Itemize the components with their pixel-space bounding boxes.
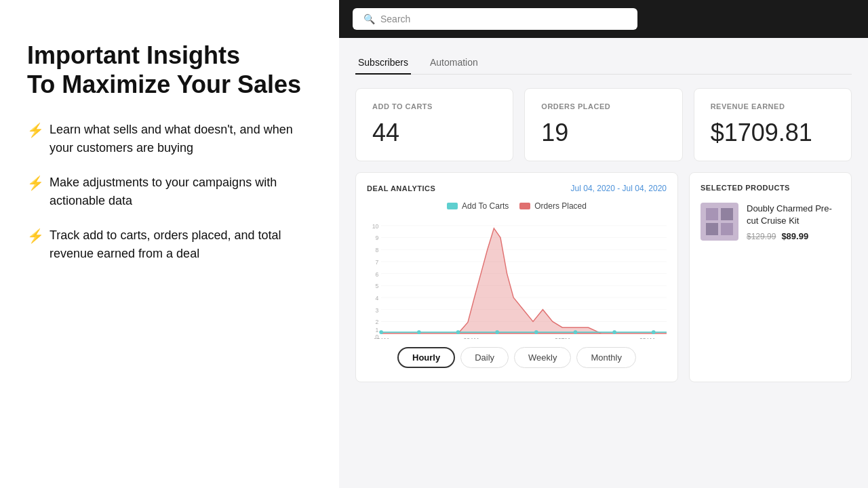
product-price-old: $129.99 — [747, 232, 776, 241]
selected-products-card: SELECTED PRODUCTS Doubly Charmed Pre-cut… — [689, 172, 852, 382]
chart-svg: 10 9 8 7 6 5 4 3 2 1 0 — [367, 219, 667, 339]
time-btn-hourly[interactable]: Hourly — [397, 347, 455, 368]
tab-subscribers[interactable]: Subscribers — [355, 52, 411, 75]
time-buttons: Hourly Daily Weekly Monthly — [367, 339, 667, 371]
product-name: Doubly Charmed Pre-cut Cruise Kit — [747, 203, 840, 227]
stat-card-add-to-carts: ADD TO CARTS 44 — [355, 88, 513, 161]
svg-point-27 — [574, 330, 578, 334]
top-bar: 🔍 Search — [339, 0, 868, 38]
feature-text-1: Make adjustments to your campaigns with … — [50, 174, 312, 210]
svg-text:1: 1 — [375, 327, 378, 333]
time-btn-monthly[interactable]: Monthly — [576, 347, 636, 368]
svg-point-26 — [534, 330, 538, 334]
search-box[interactable]: 🔍 Search — [353, 8, 637, 30]
svg-text:2: 2 — [375, 319, 378, 325]
stat-value-add-to-carts: 44 — [372, 119, 496, 147]
svg-text:12AM: 12AM — [374, 337, 389, 339]
svg-text:06PM: 06PM — [555, 337, 570, 339]
legend-dot-red — [519, 203, 530, 209]
svg-point-25 — [495, 330, 499, 334]
lightning-icon-0: ⚡ — [27, 122, 44, 138]
stat-card-revenue-earned: REVENUE EARNED $1709.81 — [694, 88, 852, 161]
stat-value-orders-placed: 19 — [541, 119, 665, 147]
stat-label-orders-placed: ORDERS PLACED — [541, 102, 665, 110]
chart-card: DEAL ANALYTICS Jul 04, 2020 - Jul 04, 20… — [355, 172, 678, 382]
chart-area: 10 9 8 7 6 5 4 3 2 1 0 — [367, 219, 667, 339]
svg-text:6: 6 — [375, 270, 378, 277]
svg-rect-37 — [706, 223, 718, 235]
search-icon: 🔍 — [363, 14, 375, 24]
left-panel: Important Insights To Maximize Your Sale… — [0, 0, 339, 488]
feature-item-0: ⚡ Learn what sells and what doesn't, and… — [27, 121, 312, 157]
svg-text:9: 9 — [375, 235, 378, 241]
product-thumbnail — [701, 203, 738, 241]
search-placeholder: Search — [380, 14, 410, 24]
chart-header: DEAL ANALYTICS Jul 04, 2020 - Jul 04, 20… — [367, 184, 667, 193]
stat-label-revenue-earned: REVENUE EARNED — [711, 102, 835, 110]
svg-text:3: 3 — [375, 307, 378, 314]
legend-orders-placed: Orders Placed — [519, 201, 587, 211]
tabs: Subscribers Automation — [355, 52, 852, 75]
svg-rect-36 — [721, 208, 733, 220]
product-prices: $129.99 $89.99 — [747, 231, 840, 241]
svg-point-29 — [652, 330, 656, 334]
svg-text:03AM: 03AM — [639, 337, 655, 339]
chart-title: DEAL ANALYTICS — [367, 184, 435, 192]
content-area: Subscribers Automation ADD TO CARTS 44 O… — [339, 38, 868, 488]
svg-text:5: 5 — [375, 283, 378, 289]
feature-text-0: Learn what sells and what doesn't, and w… — [50, 121, 312, 157]
tab-automation[interactable]: Automation — [427, 52, 481, 75]
svg-point-28 — [612, 330, 616, 334]
svg-point-24 — [456, 330, 460, 334]
svg-text:4: 4 — [375, 295, 378, 302]
legend-dot-teal — [447, 203, 458, 209]
product-item: Doubly Charmed Pre-cut Cruise Kit $129.9… — [701, 203, 840, 241]
bottom-row: DEAL ANALYTICS Jul 04, 2020 - Jul 04, 20… — [355, 172, 852, 382]
feature-text-2: Track add to carts, orders placed, and t… — [50, 226, 312, 263]
svg-text:7: 7 — [375, 259, 378, 266]
lightning-icon-1: ⚡ — [27, 175, 44, 191]
product-price-new: $89.99 — [781, 231, 808, 241]
stat-label-add-to-carts: ADD TO CARTS — [372, 102, 496, 110]
date-range[interactable]: Jul 04, 2020 - Jul 04, 2020 — [571, 184, 667, 193]
right-panel: 🔍 Search Subscribers Automation ADD TO C… — [339, 0, 868, 488]
chart-legend: Add To Carts Orders Placed — [367, 201, 667, 211]
stats-row: ADD TO CARTS 44 ORDERS PLACED 19 REVENUE… — [355, 88, 852, 161]
feature-item-1: ⚡ Make adjustments to your campaigns wit… — [27, 174, 312, 210]
svg-rect-38 — [721, 223, 733, 235]
svg-marker-21 — [381, 228, 667, 333]
time-btn-weekly[interactable]: Weekly — [514, 347, 571, 368]
legend-add-to-carts: Add To Carts — [447, 201, 509, 211]
stat-card-orders-placed: ORDERS PLACED 19 — [524, 88, 682, 161]
feature-item-2: ⚡ Track add to carts, orders placed, and… — [27, 226, 312, 263]
selected-products-title: SELECTED PRODUCTS — [701, 184, 840, 192]
lightning-icon-2: ⚡ — [27, 228, 44, 244]
svg-text:10: 10 — [372, 223, 379, 230]
product-image-svg — [703, 205, 736, 238]
svg-point-22 — [379, 330, 383, 334]
svg-text:09AM: 09AM — [463, 337, 479, 339]
svg-point-23 — [417, 330, 421, 334]
stat-value-revenue-earned: $1709.81 — [711, 119, 835, 147]
main-heading: Important Insights To Maximize Your Sale… — [27, 41, 312, 99]
svg-rect-35 — [706, 208, 718, 220]
feature-list: ⚡ Learn what sells and what doesn't, and… — [27, 121, 312, 263]
product-info: Doubly Charmed Pre-cut Cruise Kit $129.9… — [747, 203, 840, 241]
svg-text:8: 8 — [375, 247, 378, 253]
time-btn-daily[interactable]: Daily — [460, 347, 509, 368]
